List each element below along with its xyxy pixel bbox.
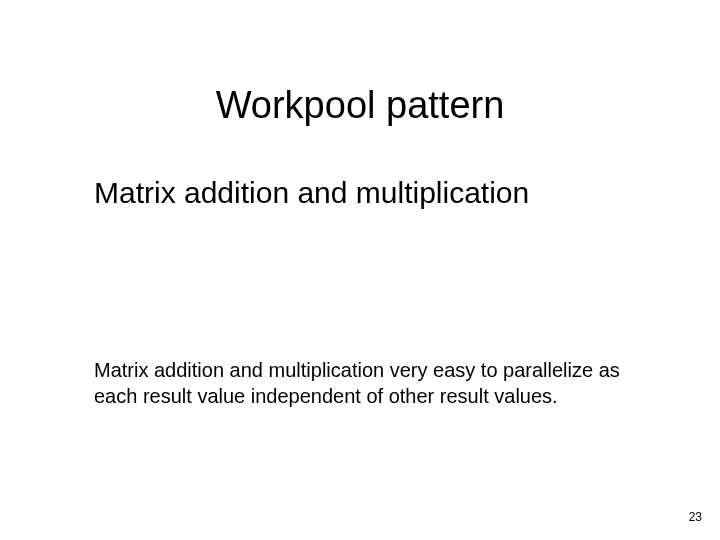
slide: Workpool pattern Matrix addition and mul…: [0, 0, 720, 540]
slide-title: Workpool pattern: [0, 84, 720, 127]
slide-body-text: Matrix addition and multiplication very …: [94, 358, 634, 409]
page-number: 23: [689, 510, 702, 524]
slide-subtitle: Matrix addition and multiplication: [94, 176, 529, 210]
